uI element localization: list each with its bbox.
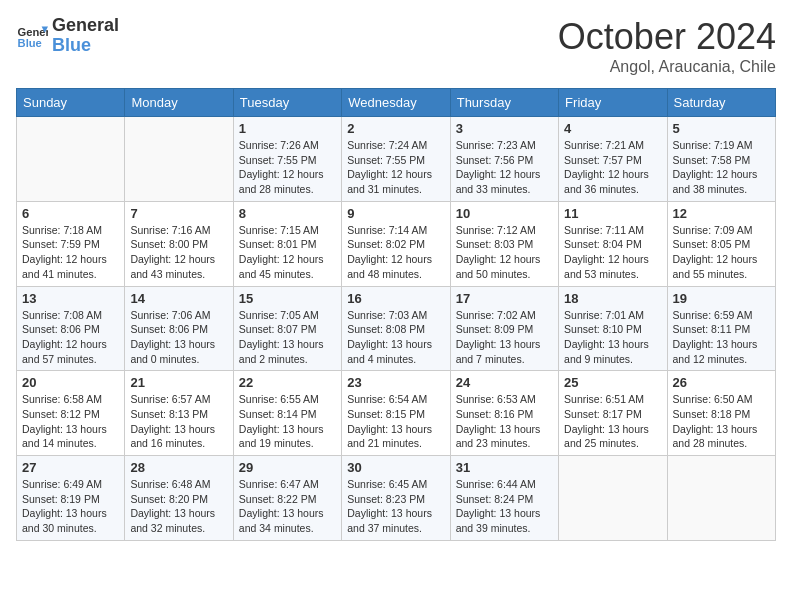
calendar-week-row: 13Sunrise: 7:08 AM Sunset: 8:06 PM Dayli… bbox=[17, 286, 776, 371]
calendar-day-cell: 17Sunrise: 7:02 AM Sunset: 8:09 PM Dayli… bbox=[450, 286, 558, 371]
day-number: 2 bbox=[347, 121, 444, 136]
logo-text: General Blue bbox=[52, 16, 119, 56]
day-number: 20 bbox=[22, 375, 119, 390]
day-info: Sunrise: 7:24 AM Sunset: 7:55 PM Dayligh… bbox=[347, 138, 444, 197]
calendar-week-row: 1Sunrise: 7:26 AM Sunset: 7:55 PM Daylig… bbox=[17, 117, 776, 202]
day-number: 8 bbox=[239, 206, 336, 221]
calendar-day-cell: 10Sunrise: 7:12 AM Sunset: 8:03 PM Dayli… bbox=[450, 201, 558, 286]
svg-text:Blue: Blue bbox=[18, 37, 42, 49]
day-info: Sunrise: 7:12 AM Sunset: 8:03 PM Dayligh… bbox=[456, 223, 553, 282]
day-info: Sunrise: 7:19 AM Sunset: 7:58 PM Dayligh… bbox=[673, 138, 770, 197]
calendar-day-cell: 28Sunrise: 6:48 AM Sunset: 8:20 PM Dayli… bbox=[125, 456, 233, 541]
day-info: Sunrise: 6:57 AM Sunset: 8:13 PM Dayligh… bbox=[130, 392, 227, 451]
day-info: Sunrise: 6:45 AM Sunset: 8:23 PM Dayligh… bbox=[347, 477, 444, 536]
location-subtitle: Angol, Araucania, Chile bbox=[558, 58, 776, 76]
calendar-day-cell: 2Sunrise: 7:24 AM Sunset: 7:55 PM Daylig… bbox=[342, 117, 450, 202]
day-info: Sunrise: 7:15 AM Sunset: 8:01 PM Dayligh… bbox=[239, 223, 336, 282]
day-number: 31 bbox=[456, 460, 553, 475]
calendar-day-cell: 14Sunrise: 7:06 AM Sunset: 8:06 PM Dayli… bbox=[125, 286, 233, 371]
day-info: Sunrise: 7:02 AM Sunset: 8:09 PM Dayligh… bbox=[456, 308, 553, 367]
weekday-header: Wednesday bbox=[342, 89, 450, 117]
day-info: Sunrise: 7:16 AM Sunset: 8:00 PM Dayligh… bbox=[130, 223, 227, 282]
weekday-header: Saturday bbox=[667, 89, 775, 117]
day-number: 1 bbox=[239, 121, 336, 136]
day-number: 3 bbox=[456, 121, 553, 136]
day-info: Sunrise: 7:23 AM Sunset: 7:56 PM Dayligh… bbox=[456, 138, 553, 197]
day-number: 21 bbox=[130, 375, 227, 390]
day-info: Sunrise: 6:47 AM Sunset: 8:22 PM Dayligh… bbox=[239, 477, 336, 536]
day-number: 9 bbox=[347, 206, 444, 221]
calendar-day-cell: 29Sunrise: 6:47 AM Sunset: 8:22 PM Dayli… bbox=[233, 456, 341, 541]
day-number: 18 bbox=[564, 291, 661, 306]
calendar-header: SundayMondayTuesdayWednesdayThursdayFrid… bbox=[17, 89, 776, 117]
title-block: October 2024 Angol, Araucania, Chile bbox=[558, 16, 776, 76]
calendar-day-cell: 22Sunrise: 6:55 AM Sunset: 8:14 PM Dayli… bbox=[233, 371, 341, 456]
weekday-header: Thursday bbox=[450, 89, 558, 117]
calendar-day-cell: 31Sunrise: 6:44 AM Sunset: 8:24 PM Dayli… bbox=[450, 456, 558, 541]
day-number: 16 bbox=[347, 291, 444, 306]
day-info: Sunrise: 7:11 AM Sunset: 8:04 PM Dayligh… bbox=[564, 223, 661, 282]
calendar-day-cell bbox=[125, 117, 233, 202]
calendar-day-cell: 8Sunrise: 7:15 AM Sunset: 8:01 PM Daylig… bbox=[233, 201, 341, 286]
day-info: Sunrise: 7:14 AM Sunset: 8:02 PM Dayligh… bbox=[347, 223, 444, 282]
day-number: 11 bbox=[564, 206, 661, 221]
calendar-week-row: 6Sunrise: 7:18 AM Sunset: 7:59 PM Daylig… bbox=[17, 201, 776, 286]
day-number: 5 bbox=[673, 121, 770, 136]
day-info: Sunrise: 6:50 AM Sunset: 8:18 PM Dayligh… bbox=[673, 392, 770, 451]
logo: General Blue General Blue bbox=[16, 16, 119, 56]
calendar-day-cell: 21Sunrise: 6:57 AM Sunset: 8:13 PM Dayli… bbox=[125, 371, 233, 456]
calendar-day-cell: 13Sunrise: 7:08 AM Sunset: 8:06 PM Dayli… bbox=[17, 286, 125, 371]
calendar-day-cell: 26Sunrise: 6:50 AM Sunset: 8:18 PM Dayli… bbox=[667, 371, 775, 456]
day-number: 25 bbox=[564, 375, 661, 390]
page-header: General Blue General Blue October 2024 A… bbox=[16, 16, 776, 76]
day-info: Sunrise: 6:55 AM Sunset: 8:14 PM Dayligh… bbox=[239, 392, 336, 451]
calendar-day-cell: 24Sunrise: 6:53 AM Sunset: 8:16 PM Dayli… bbox=[450, 371, 558, 456]
weekday-header: Tuesday bbox=[233, 89, 341, 117]
calendar-day-cell: 27Sunrise: 6:49 AM Sunset: 8:19 PM Dayli… bbox=[17, 456, 125, 541]
weekday-header: Friday bbox=[559, 89, 667, 117]
day-number: 30 bbox=[347, 460, 444, 475]
day-info: Sunrise: 7:08 AM Sunset: 8:06 PM Dayligh… bbox=[22, 308, 119, 367]
logo-icon: General Blue bbox=[16, 20, 48, 52]
calendar-day-cell: 4Sunrise: 7:21 AM Sunset: 7:57 PM Daylig… bbox=[559, 117, 667, 202]
day-info: Sunrise: 6:49 AM Sunset: 8:19 PM Dayligh… bbox=[22, 477, 119, 536]
day-info: Sunrise: 7:03 AM Sunset: 8:08 PM Dayligh… bbox=[347, 308, 444, 367]
calendar-table: SundayMondayTuesdayWednesdayThursdayFrid… bbox=[16, 88, 776, 541]
calendar-day-cell bbox=[559, 456, 667, 541]
month-title: October 2024 bbox=[558, 16, 776, 58]
day-number: 10 bbox=[456, 206, 553, 221]
day-info: Sunrise: 7:18 AM Sunset: 7:59 PM Dayligh… bbox=[22, 223, 119, 282]
day-info: Sunrise: 7:05 AM Sunset: 8:07 PM Dayligh… bbox=[239, 308, 336, 367]
day-number: 19 bbox=[673, 291, 770, 306]
weekday-header: Sunday bbox=[17, 89, 125, 117]
weekday-header: Monday bbox=[125, 89, 233, 117]
day-info: Sunrise: 7:01 AM Sunset: 8:10 PM Dayligh… bbox=[564, 308, 661, 367]
day-number: 29 bbox=[239, 460, 336, 475]
day-info: Sunrise: 7:06 AM Sunset: 8:06 PM Dayligh… bbox=[130, 308, 227, 367]
calendar-day-cell: 16Sunrise: 7:03 AM Sunset: 8:08 PM Dayli… bbox=[342, 286, 450, 371]
calendar-day-cell: 6Sunrise: 7:18 AM Sunset: 7:59 PM Daylig… bbox=[17, 201, 125, 286]
day-number: 14 bbox=[130, 291, 227, 306]
calendar-day-cell: 15Sunrise: 7:05 AM Sunset: 8:07 PM Dayli… bbox=[233, 286, 341, 371]
calendar-day-cell: 11Sunrise: 7:11 AM Sunset: 8:04 PM Dayli… bbox=[559, 201, 667, 286]
calendar-day-cell bbox=[667, 456, 775, 541]
day-number: 6 bbox=[22, 206, 119, 221]
day-number: 26 bbox=[673, 375, 770, 390]
calendar-week-row: 20Sunrise: 6:58 AM Sunset: 8:12 PM Dayli… bbox=[17, 371, 776, 456]
calendar-day-cell: 23Sunrise: 6:54 AM Sunset: 8:15 PM Dayli… bbox=[342, 371, 450, 456]
calendar-day-cell: 30Sunrise: 6:45 AM Sunset: 8:23 PM Dayli… bbox=[342, 456, 450, 541]
day-info: Sunrise: 6:44 AM Sunset: 8:24 PM Dayligh… bbox=[456, 477, 553, 536]
calendar-day-cell: 5Sunrise: 7:19 AM Sunset: 7:58 PM Daylig… bbox=[667, 117, 775, 202]
calendar-day-cell: 1Sunrise: 7:26 AM Sunset: 7:55 PM Daylig… bbox=[233, 117, 341, 202]
calendar-body: 1Sunrise: 7:26 AM Sunset: 7:55 PM Daylig… bbox=[17, 117, 776, 541]
day-number: 22 bbox=[239, 375, 336, 390]
day-info: Sunrise: 6:54 AM Sunset: 8:15 PM Dayligh… bbox=[347, 392, 444, 451]
day-number: 13 bbox=[22, 291, 119, 306]
day-number: 7 bbox=[130, 206, 227, 221]
day-info: Sunrise: 7:09 AM Sunset: 8:05 PM Dayligh… bbox=[673, 223, 770, 282]
day-number: 4 bbox=[564, 121, 661, 136]
day-info: Sunrise: 6:53 AM Sunset: 8:16 PM Dayligh… bbox=[456, 392, 553, 451]
calendar-day-cell: 25Sunrise: 6:51 AM Sunset: 8:17 PM Dayli… bbox=[559, 371, 667, 456]
day-number: 27 bbox=[22, 460, 119, 475]
day-info: Sunrise: 7:21 AM Sunset: 7:57 PM Dayligh… bbox=[564, 138, 661, 197]
